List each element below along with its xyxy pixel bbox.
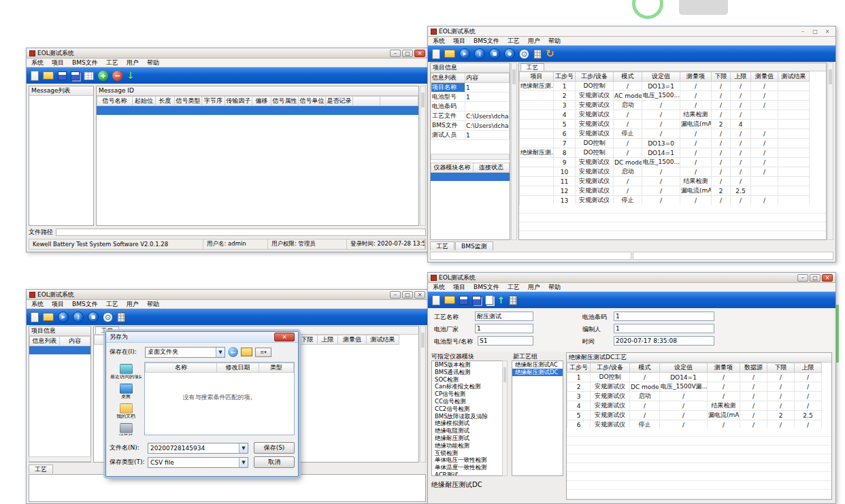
message-list-header[interactable]: Message列表: [29, 86, 93, 96]
chevron-down-icon[interactable]: ▼: [239, 458, 248, 467]
table-row[interactable]: 2安规测试仪AC mode电压_1500...////: [520, 91, 826, 101]
battery-maker-input[interactable]: 1: [475, 324, 533, 333]
module-item[interactable]: 绝缘功能检测: [432, 442, 507, 450]
column-header[interactable]: 信号单位: [299, 97, 326, 106]
module-item[interactable]: BMS通讯检测: [432, 369, 507, 376]
column-header[interactable]: 模式: [630, 363, 660, 373]
minimize-button[interactable]: –: [797, 28, 808, 35]
place-item[interactable]: 桌面: [110, 382, 142, 401]
table-row[interactable]: 电池型号1: [431, 93, 510, 102]
menu-item[interactable]: 系统: [433, 283, 445, 292]
menu-item[interactable]: 工艺: [508, 283, 520, 292]
views-menu-icon[interactable]: ≡▾: [255, 348, 271, 357]
module-item[interactable]: SOC检测: [432, 376, 507, 384]
column-header[interactable]: 下限: [712, 72, 731, 82]
stop-icon[interactable]: ■: [489, 48, 500, 59]
vertical-scrollbar[interactable]: [827, 63, 833, 240]
column-header[interactable]: 是否记录: [326, 97, 353, 106]
menu-item[interactable]: 帮助: [147, 58, 159, 67]
process-group-item[interactable]: 绝缘耐压测试DC: [512, 369, 563, 376]
module-item[interactable]: CP信号检测: [432, 390, 507, 398]
scrollbar-thumb[interactable]: [503, 367, 506, 382]
table-row[interactable]: 绝缘耐压测...1DO控制/DO13=1////: [520, 82, 826, 91]
column-header[interactable]: 仪器模块名称: [431, 163, 474, 173]
save-in-combobox[interactable]: 桌面文件夹 ▼: [145, 347, 225, 358]
column-header[interactable]: 工步/设备: [591, 363, 630, 373]
refresh-icon[interactable]: ↻: [546, 48, 554, 60]
titlebar[interactable]: EOL测试系统 – □ ×: [27, 48, 428, 58]
module-item[interactable]: BMS故障读取及清除: [432, 413, 507, 420]
table-row[interactable]: 13安规测试仪停止/////: [520, 196, 826, 205]
menu-item[interactable]: 项目: [453, 37, 465, 46]
column-header[interactable]: 名称: [146, 363, 217, 373]
bottom-tab[interactable]: BMS监测: [455, 241, 493, 250]
column-header[interactable]: 测量值: [338, 335, 367, 345]
close-button[interactable]: ×: [414, 291, 425, 299]
column-header[interactable]: 工步号: [567, 363, 591, 373]
close-button[interactable]: ×: [822, 28, 833, 35]
save-icon[interactable]: [459, 296, 468, 305]
tab-process[interactable]: 工艺: [520, 63, 544, 71]
table-row[interactable]: 5安规测试仪//漏电流(mA)/22.5: [567, 411, 831, 420]
place-item[interactable]: 我的文档: [110, 401, 142, 421]
dialog-titlebar[interactable]: 另存为 ×: [106, 332, 298, 343]
column-header[interactable]: 类型: [259, 363, 294, 373]
menu-item[interactable]: 项目: [52, 300, 64, 309]
clock-icon[interactable]: ⊙: [103, 312, 113, 322]
table-row[interactable]: 3安规测试仪启动/////: [520, 101, 826, 110]
column-header[interactable]: 项目: [520, 72, 554, 82]
module-item[interactable]: 绝缘耐压测试: [432, 435, 507, 442]
chevron-down-icon[interactable]: ▼: [216, 348, 225, 357]
module-item[interactable]: 互锁检测: [432, 450, 507, 457]
menu-item[interactable]: 项目: [52, 58, 64, 67]
column-header[interactable]: 下限: [297, 335, 318, 345]
file-list[interactable]: 名称修改日期类型 没有与搜索条件匹配的项。: [144, 362, 295, 435]
table-row[interactable]: 4安规测试仪//结果检测//: [520, 110, 826, 120]
open-folder-icon[interactable]: [43, 71, 54, 80]
menu-item[interactable]: 工艺: [106, 58, 118, 67]
column-header[interactable]: 测试结果: [778, 72, 810, 82]
column-header[interactable]: [380, 97, 418, 106]
column-header[interactable]: 信号属性: [271, 97, 299, 106]
column-header[interactable]: 测试结果: [367, 335, 399, 345]
titlebar[interactable]: EOL测试系统 – □ ×: [428, 273, 835, 283]
record-icon[interactable]: ●: [504, 48, 515, 59]
import-icon[interactable]: ↓: [127, 70, 135, 81]
open-folder-icon[interactable]: [444, 296, 455, 304]
save-icon[interactable]: [58, 71, 67, 80]
column-header[interactable]: [353, 97, 380, 106]
menu-item[interactable]: 工艺: [508, 37, 520, 46]
close-icon[interactable]: ×: [274, 333, 295, 341]
table-row[interactable]: 工艺文件C:\Users\dchangjiang\Desktop...: [431, 112, 510, 121]
column-header[interactable]: 设定值: [642, 72, 680, 82]
calculator-icon[interactable]: [117, 312, 125, 322]
remove-signal-icon[interactable]: −: [112, 71, 122, 81]
table-row[interactable]: 10安规测试仪启动/////: [520, 167, 826, 177]
selected-module-row[interactable]: [431, 173, 510, 181]
place-item[interactable]: 最近访问的项目: [110, 362, 142, 382]
titlebar[interactable]: EOL测试系统 – □ ×: [428, 27, 835, 37]
chevron-down-icon[interactable]: ▼: [239, 443, 248, 453]
titlebar[interactable]: EOL测试系统 – □ ×: [27, 290, 428, 300]
module-item[interactable]: 绝缘模拟测试: [432, 420, 507, 427]
minimize-button[interactable]: –: [390, 291, 401, 299]
scrollbar-thumb[interactable]: [829, 69, 832, 84]
battery-barcode-input[interactable]: 1: [614, 312, 714, 321]
editor-input[interactable]: 1: [614, 324, 714, 333]
time-input[interactable]: 2020-07-17 8:35:08: [614, 336, 714, 346]
up-folder-icon[interactable]: [241, 348, 252, 356]
menu-item[interactable]: 帮助: [548, 283, 561, 292]
play-icon[interactable]: ▶: [58, 312, 69, 322]
process-group-item[interactable]: 绝缘耐压测试AC: [512, 361, 563, 369]
modules-scrollbar[interactable]: [502, 360, 508, 476]
back-icon[interactable]: ←: [228, 347, 238, 357]
signal-table-icon[interactable]: [84, 71, 94, 80]
table-row[interactable]: 11安规测试仪//结果检测//: [520, 177, 826, 186]
column-header[interactable]: 工步号: [554, 72, 576, 82]
scrollbar-thumb[interactable]: [421, 333, 425, 348]
column-header[interactable]: 下限: [767, 363, 795, 373]
column-header[interactable]: 信息列表: [431, 73, 465, 83]
new-file-icon[interactable]: [432, 295, 440, 305]
table-row[interactable]: 2安规测试仪DC mode电压_1500V漏...////: [567, 382, 831, 392]
file-path-field[interactable]: [56, 229, 426, 236]
